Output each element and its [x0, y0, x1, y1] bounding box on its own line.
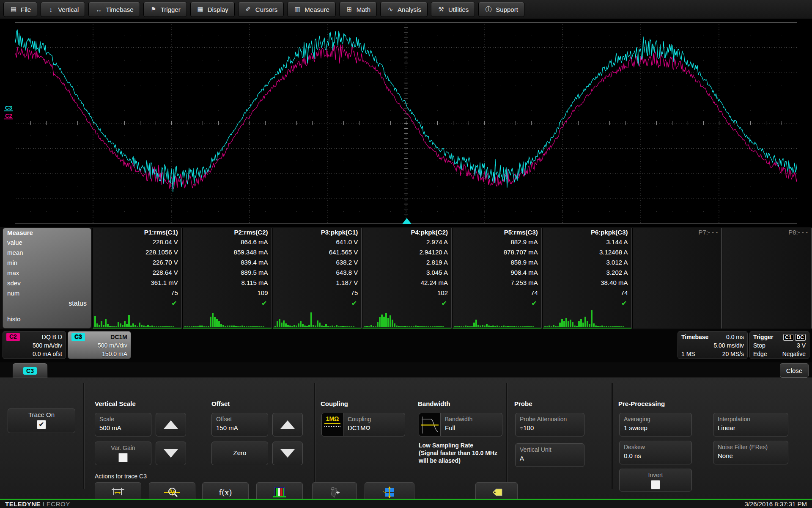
histogram: [453, 309, 541, 329]
invert-button[interactable]: Invert: [619, 469, 692, 491]
interpolation-field[interactable]: Interpolation Linear: [713, 413, 788, 436]
trigger-level: 3 V: [797, 341, 806, 350]
probe-title: Probe: [514, 400, 532, 407]
c2-descriptor-box[interactable]: C2DQ B D 500 mA/div 0.0 mA ofst: [3, 331, 66, 359]
scale-field[interactable]: Scale 500 mA: [95, 413, 151, 436]
horizontal-arrows-icon: ↔: [95, 6, 102, 13]
var-gain-checkbox[interactable]: [118, 453, 128, 462]
trigger-slope: Negative: [782, 350, 806, 358]
measure-sdev: 8.115 mA: [183, 279, 272, 289]
noise-filter-field[interactable]: Noise Filter (ERes) None: [713, 441, 788, 464]
vertical-unit-field[interactable]: Vertical Unit A: [515, 443, 584, 467]
var-gain-button[interactable]: Var. Gain: [95, 442, 151, 465]
measure-column-p4[interactable]: P4:pkpk(C2)2.974 A2.94120 A2.819 A3.045 …: [362, 228, 452, 329]
preprocessing-title: Pre-Processing: [618, 400, 665, 407]
c3-descriptor-box[interactable]: C3DC1M 500 mA/div 150.0 mA: [68, 331, 131, 359]
measure-sdev: [633, 279, 721, 289]
c2-scale: 500 mA/div: [33, 341, 62, 350]
row-label-status: status: [7, 300, 91, 309]
close-button[interactable]: Close: [780, 363, 809, 378]
scale-up-button[interactable]: [156, 413, 186, 436]
tab-c3[interactable]: C3: [13, 363, 47, 378]
menu-math[interactable]: ⊞Math: [339, 2, 377, 17]
trigger-descriptor-box[interactable]: Trigger C1DC Stop3 V EdgeNegative: [749, 331, 809, 359]
measure-column-p2[interactable]: P2:rms(C2)864.6 mA859.348 mA839.4 mA889.…: [182, 228, 272, 329]
measure-column-p3[interactable]: P3:pkpk(C1)641.0 V641.565 V638.2 V643.8 …: [272, 228, 362, 329]
histogram: [543, 309, 631, 329]
menu-analysis[interactable]: ∿Analysis: [380, 2, 428, 17]
c3-coupling-flags: DC1M: [110, 333, 127, 341]
menu-cursors[interactable]: ✐Cursors: [238, 2, 284, 17]
measure-column-p1[interactable]: P1:rms(C1)228.04 V228.1056 V226.70 V228.…: [92, 228, 182, 329]
measure-mean: 2.94120 A: [362, 248, 451, 259]
low-sampling-rate-warning: Low Sampling Rate (Signal faster than 10…: [419, 442, 497, 464]
menu-vertical[interactable]: ↕Vertical: [41, 2, 85, 17]
decode-bus-icon: [272, 486, 287, 499]
measure-max: [633, 269, 721, 279]
menu-file[interactable]: ▤File: [3, 2, 37, 17]
c3-trace-marker[interactable]: C3: [4, 105, 13, 111]
up-arrow-icon: [280, 420, 295, 429]
measure-min: [633, 259, 721, 269]
bandwidth-field[interactable]: Bandwidth Full: [441, 413, 502, 436]
offset-up-button[interactable]: [272, 413, 303, 436]
menu-display[interactable]: ▦Display: [190, 2, 235, 17]
row-label-mean: mean: [7, 249, 91, 259]
measure-mean: [722, 248, 811, 259]
measure-min: 226.70 V: [93, 259, 181, 269]
status-check-icon: [633, 299, 721, 309]
measure-row-labels: Measurevaluemeanminmaxsdevnumstatushisto: [3, 228, 91, 329]
status-check-icon: ✔: [273, 299, 362, 309]
measure-min: 3.012 A: [543, 259, 631, 269]
measure-max: 3.202 A: [543, 269, 631, 279]
measure-num: [722, 289, 811, 299]
trace-on-checkbox[interactable]: ✔: [37, 420, 46, 429]
measure-column-p8[interactable]: P8:- - -: [722, 228, 812, 329]
measure-max: 889.5 mA: [183, 269, 272, 279]
zero-button[interactable]: Zero: [211, 442, 268, 465]
menu-support[interactable]: ⓘSupport: [478, 2, 524, 17]
utilities-tools-icon: ⚒: [437, 6, 445, 13]
measure-column-p5[interactable]: P5:rms(C3)882.9 mA878.707 mA858.9 mA908.…: [452, 228, 542, 329]
row-label-min: min: [7, 259, 91, 269]
timebase-descriptor-box[interactable]: Timebase0.0 ms 5.00 ms/div 1 MS20 MS/s: [678, 331, 748, 359]
histogram: [93, 309, 181, 329]
invert-checkbox[interactable]: [651, 480, 660, 489]
measure-mean: 641.565 V: [273, 248, 362, 259]
menu-bar: ▤File↕Vertical↔Timebase⚑Trigger▦Display✐…: [0, 0, 812, 19]
find-scale-icon: [382, 486, 397, 499]
measure-columns: P1:rms(C1)228.04 V228.1056 V226.70 V228.…: [92, 228, 812, 329]
measure-column-p7[interactable]: P7:- - -: [632, 228, 722, 329]
row-label-histo: histo: [7, 309, 91, 328]
probe-attenuation-field[interactable]: Probe Attenuation ÷100: [515, 413, 584, 436]
measure-column-p6[interactable]: P6:pkpk(C3)3.144 A3.12468 A3.012 A3.202 …: [542, 228, 632, 329]
menu-timebase[interactable]: ↔Timebase: [88, 2, 140, 17]
menu-trigger[interactable]: ⚑Trigger: [143, 2, 187, 17]
measure-value: [722, 238, 811, 248]
c2-trace-marker[interactable]: C2: [4, 113, 13, 119]
measure-value: 228.04 V: [93, 238, 181, 248]
row-label-max: max: [7, 269, 91, 279]
trace-on-button[interactable]: Trace On ✔: [8, 409, 75, 433]
coupling-field[interactable]: Coupling DC1MΩ: [343, 413, 405, 436]
measure-sdev: 42.24 mA: [362, 279, 451, 289]
deskew-field[interactable]: Deskew 0.0 ns: [619, 441, 692, 464]
measure-value: 3.144 A: [543, 238, 631, 248]
trigger-flag-icon: ⚑: [150, 6, 157, 13]
menu-utilities[interactable]: ⚒Utilities: [431, 2, 475, 17]
coupling-title: Coupling: [321, 400, 348, 407]
trigger-time-marker[interactable]: [402, 218, 411, 224]
offset-down-button[interactable]: [272, 442, 303, 465]
trigger-title: Trigger: [753, 333, 773, 341]
measure-value: 882.9 mA: [453, 238, 541, 248]
status-bar: TELEDYNELECROY 3/26/2016 8:37:31 PM: [0, 499, 812, 508]
averaging-field[interactable]: Averaging 1 sweep: [619, 413, 692, 436]
offset-field[interactable]: Offset 150 mA: [211, 413, 268, 436]
timebase-samples: 1 MS: [681, 350, 695, 358]
waveform-display[interactable]: C3 C2: [0, 19, 812, 227]
down-arrow-icon: [164, 449, 178, 458]
menu-measure[interactable]: ▥Measure: [287, 2, 335, 17]
measure-header: P3:pkpk(C1): [273, 229, 362, 238]
measure-min: 858.9 mA: [453, 259, 541, 269]
scale-down-button[interactable]: [156, 442, 186, 465]
